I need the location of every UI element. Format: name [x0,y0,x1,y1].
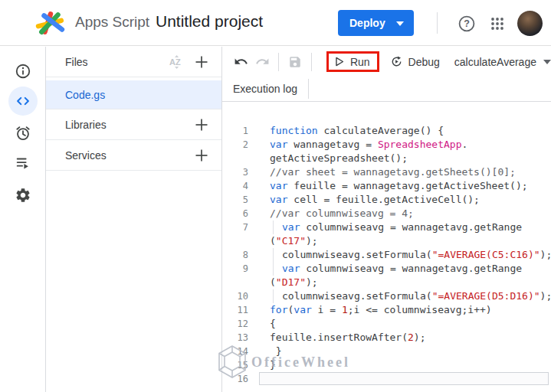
line-number: 10 [222,289,259,303]
line-number: 14 [222,345,259,358]
line-number: 13 [222,331,259,345]
code-text: ("D17"); [259,276,551,289]
nav-settings-gear-icon[interactable] [8,181,38,210]
line-number: 8 [222,248,259,262]
code-line[interactable]: 15} [222,358,551,372]
code-text: //var sheet = wannagetavg.getSheets()[0]… [259,165,551,179]
libraries-section: Libraries [46,109,221,140]
header-divider [437,12,438,34]
add-library-button[interactable] [192,116,211,134]
add-file-button[interactable] [192,53,211,71]
toolbar-divider [311,53,312,71]
add-service-button[interactable] [192,146,211,165]
undo-button[interactable] [230,52,251,72]
editor-pane: Run Debug calculateAverage Execution log… [222,47,551,392]
code-text: feuille.insertRowAfter(2); [259,331,551,345]
redo-button[interactable] [251,52,273,72]
debug-label: Debug [408,56,440,68]
code-line[interactable]: 11for(var i = 1;i <= columnwiseavg;i++) [222,303,551,317]
line-number: 1 [222,124,259,138]
log-tab-bar: Execution log [222,77,551,102]
code-line[interactable]: 1function calculateAverage() { [222,124,551,138]
play-icon [333,55,346,68]
editor-toolbar: Run Debug calculateAverage [222,47,551,77]
code-line[interactable]: 2var wannagetavg = SpreadsheetApp. [222,138,551,152]
debug-button[interactable]: Debug [390,55,440,68]
line-number: 6 [222,207,259,220]
code-text: var columnwiseavg = wannagetavg.getRange [259,262,551,276]
apps-script-window: Apps Script Untitled project Deploy ? [0,0,551,392]
user-avatar[interactable] [517,11,543,36]
code-line[interactable]: 13feuille.insertRowAfter(2); [222,331,551,345]
project-title[interactable]: Untitled project [156,12,263,31]
apps-grid-icon[interactable] [488,15,507,33]
line-number: 9 [222,262,259,276]
line-number [222,276,259,289]
code-line[interactable]: 3//var sheet = wannagetavg.getSheets()[0… [222,165,551,179]
svg-text:AZ: AZ [169,57,181,67]
line-number [222,152,259,165]
code-line[interactable]: 6//var columnwiseavg = 4; [222,207,551,220]
debug-icon [390,55,403,68]
chevron-down-icon [543,60,551,68]
code-text: } [259,358,551,372]
line-number: 7 [222,220,259,234]
code-text: columnwiseavg.setFormula("=AVERAGE(D5:D1… [259,289,551,303]
line-number [222,234,259,248]
save-button[interactable] [284,52,306,72]
code-line[interactable]: ("D17"); [222,276,551,289]
files-header: Files AZ [46,47,221,77]
code-line[interactable]: 7var columnwiseavg = wannagetavg.getRang… [222,220,551,234]
code-line[interactable]: 14 } [222,345,551,358]
code-text: var cell = feuille.getActiveCell(); [259,193,551,207]
code-line[interactable]: 10columnwiseavg.setFormula("=AVERAGE(D5:… [222,289,551,303]
deploy-button[interactable]: Deploy [338,10,414,36]
code-line[interactable]: ("C17"); [222,234,551,248]
nav-executions-icon[interactable] [8,149,38,178]
chevron-down-icon [396,21,404,30]
left-navigation-rail [0,47,46,392]
code-text: ("C17"); [259,234,551,248]
top-header: Apps Script Untitled project Deploy ? [0,0,551,46]
line-number: 15 [222,358,259,372]
brand-name[interactable]: Apps Script [75,14,149,31]
code-line[interactable]: 16 [222,372,551,386]
code-line[interactable]: 4var feuille = wannagetavg.getActiveShee… [222,179,551,193]
code-editor-area[interactable]: 1function calculateAverage() {2var wanna… [222,102,551,391]
line-number: 5 [222,193,259,207]
help-icon[interactable]: ? [458,15,476,33]
code-line[interactable]: 9var columnwiseavg = wannagetavg.getRang… [222,262,551,276]
selected-function-name: calculateAverage [454,56,536,68]
tab-divider [308,79,309,99]
files-title: Files [65,56,168,68]
code-line[interactable]: 8columnwiseavg.setFormula("=AVERAGE(C5:C… [222,248,551,262]
nav-overview-info-icon[interactable] [8,57,38,86]
nav-code-editor-icon[interactable] [8,87,38,116]
line-number: 3 [222,165,259,179]
code-line[interactable]: getActiveSpreadsheet(); [222,152,551,165]
line-number: 11 [222,303,259,317]
code-line[interactable]: 12{ [222,317,551,331]
code-line[interactable]: 5var cell = feuille.getActiveCell(); [222,193,551,207]
run-label: Run [350,56,370,68]
code-text: for(var i = 1;i <= columnwiseavg;i++) [259,303,551,317]
file-item-codegs[interactable]: Code.gs [46,80,221,109]
line-number: 4 [222,179,259,193]
libraries-label: Libraries [65,119,192,131]
function-selector[interactable]: calculateAverage [454,55,551,68]
nav-triggers-clock-icon[interactable] [8,119,38,148]
code-text: { [259,317,551,331]
code-lines: 1function calculateAverage() {2var wanna… [222,124,551,386]
apps-script-logo[interactable] [34,11,67,35]
files-panel: Files AZ Code.gs Libraries Services [46,47,222,392]
code-text [259,372,549,385]
line-number: 2 [222,138,259,152]
code-text: getActiveSpreadsheet(); [259,152,551,165]
line-number: 12 [222,317,259,331]
sort-az-icon[interactable]: AZ [168,53,186,71]
services-section: Services [46,140,221,171]
run-button-annotated[interactable]: Run [326,51,379,72]
execution-log-tab[interactable]: Execution log [222,83,308,95]
deploy-label: Deploy [349,17,385,29]
code-text: var columnwiseavg = wannagetavg.getRange [259,220,551,234]
